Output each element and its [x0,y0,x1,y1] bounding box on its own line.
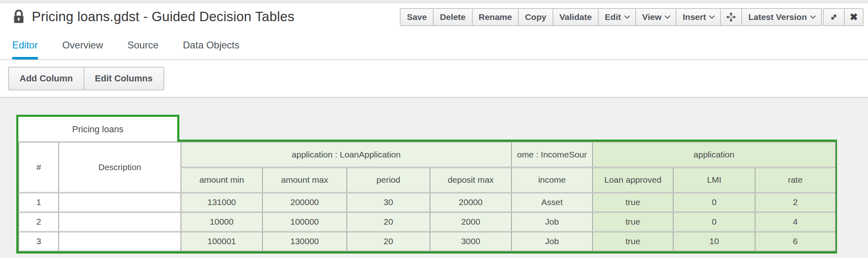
data-cell[interactable]: 2 [755,192,835,212]
data-cell[interactable]: 20 [347,212,430,232]
column-header-income[interactable]: income [511,167,593,192]
table-row: 1 131000 200000 30 20000 Asset true 0 2 [19,192,835,212]
insert-menu-label: Insert [683,12,706,22]
delete-button[interactable]: Delete [433,8,472,26]
view-menu-button[interactable]: View [635,8,676,26]
table-row: 3 100001 130000 20 3000 Job true 10 6 [19,232,835,251]
column-header-amount-min[interactable]: amount min [181,167,262,192]
title-bar: Pricing loans.gdst - Guided Decision Tab… [0,3,868,31]
chevron-down-icon [665,13,670,19]
move-icon [726,12,736,22]
tab-overview[interactable]: Overview [62,31,103,59]
page-title: Pricing loans.gdst - Guided Decision Tab… [32,9,295,24]
close-icon: ✖ [850,12,858,22]
validate-button[interactable]: Validate [553,8,599,26]
edit-columns-button[interactable]: Edit Columns [84,67,164,90]
data-cell[interactable]: 4 [755,212,835,232]
data-cell[interactable]: 3000 [430,232,511,251]
column-header-rate[interactable]: rate [755,167,835,192]
data-cell[interactable]: 130000 [262,232,347,251]
chevron-down-icon [624,13,630,19]
data-cell[interactable]: 100001 [181,232,262,251]
decision-table-title-tab[interactable]: Pricing loans [16,115,179,142]
data-cell[interactable]: 200000 [262,192,347,212]
top-divider-strip [0,0,868,3]
table-row: 2 10000 100000 20 2000 Job true 0 4 [19,212,835,232]
group-header-loan-application[interactable]: application : LoanApplication [181,142,511,167]
version-selector-button[interactable]: Latest Version [741,8,822,26]
rename-button[interactable]: Rename [472,8,519,26]
column-header-loan-approved[interactable]: Loan approved [593,167,673,192]
row-number-cell[interactable]: 1 [19,192,59,212]
data-cell[interactable]: Job [511,232,593,251]
row-number-cell[interactable]: 3 [19,232,59,251]
description-cell[interactable] [59,212,181,232]
data-cell[interactable]: 0 [673,212,755,232]
data-cell[interactable]: true [593,192,673,212]
lock-icon [12,9,25,24]
chevron-down-icon [810,13,816,19]
group-header-application-actions[interactable]: application [593,142,835,167]
version-selector-label: Latest Version [748,12,807,22]
row-number-header[interactable]: # [19,142,59,192]
data-cell[interactable]: 30 [347,192,430,212]
asset-tabs: Editor Overview Source Data Objects [0,31,868,60]
close-button[interactable]: ✖ [844,8,864,26]
editor-canvas: Pricing loans # Description application … [0,98,868,258]
data-cell[interactable]: 6 [755,232,835,251]
data-cell[interactable]: 10 [673,232,755,251]
description-cell[interactable] [59,192,181,212]
row-number-cell[interactable]: 2 [19,212,59,232]
chevron-down-icon [709,13,715,19]
data-cell[interactable]: true [593,212,673,232]
add-column-button[interactable]: Add Column [8,67,84,90]
copy-button[interactable]: Copy [518,8,553,26]
edit-menu-button[interactable]: Edit [598,8,636,26]
group-header-income-source[interactable]: ome : IncomeSour [511,142,593,167]
edit-menu-label: Edit [605,12,621,22]
tab-editor[interactable]: Editor [12,31,38,59]
column-header-lmi[interactable]: LMI [673,167,755,192]
data-cell[interactable]: 0 [673,192,755,212]
insert-menu-button[interactable]: Insert [676,8,721,26]
data-cell[interactable]: 131000 [181,192,262,212]
decision-table-title: Pricing loans [72,124,123,135]
data-cell[interactable]: Asset [511,192,593,212]
description-cell[interactable] [59,232,181,251]
description-header[interactable]: Description [59,142,181,192]
save-button[interactable]: Save [400,8,434,26]
data-cell[interactable]: true [593,232,673,251]
window-controls: ✖ [823,8,864,26]
table-actions-row: Add ColumnEdit Columns [0,60,868,97]
tab-source[interactable]: Source [128,31,159,59]
data-cell[interactable]: 20000 [430,192,511,212]
data-cell[interactable]: 10000 [181,212,262,232]
decision-table: # Description application : LoanApplicat… [16,140,837,254]
data-cell[interactable]: 2000 [430,212,511,232]
data-cell[interactable]: 100000 [262,212,347,232]
data-cell[interactable]: Job [511,212,593,232]
expand-icon [828,12,839,22]
editor-toolbar: Save Delete Rename Copy Validate Edit Vi… [400,8,822,26]
expand-button[interactable] [823,8,845,26]
column-header-amount-max[interactable]: amount max [262,167,347,192]
column-header-deposit-max[interactable]: deposit max [430,167,511,192]
column-header-period[interactable]: period [347,167,430,192]
tab-data-objects[interactable]: Data Objects [183,31,240,59]
move-button[interactable] [720,8,742,26]
data-cell[interactable]: 20 [347,232,430,251]
view-menu-label: View [642,12,661,22]
